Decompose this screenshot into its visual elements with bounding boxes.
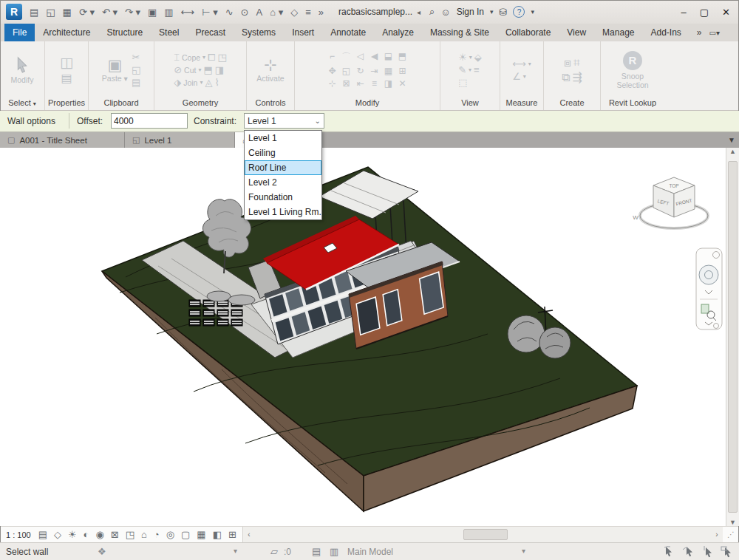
tab-overflow-icon[interactable]: » xyxy=(697,27,702,38)
rotate-icon[interactable]: ↻ xyxy=(356,66,365,76)
align-icon[interactable]: ⌐ xyxy=(328,51,337,64)
shadows-icon[interactable]: ◐ xyxy=(84,529,89,540)
measure-icon[interactable]: ⟷ xyxy=(178,7,198,18)
sign-in-chevron-icon[interactable]: ▾ xyxy=(490,8,494,16)
unlock-3d-view-icon[interactable]: ⌂ xyxy=(141,529,147,540)
panel-label-select[interactable]: Select ▾ xyxy=(0,98,44,110)
tab-massing-site[interactable]: Massing & Site xyxy=(422,24,497,41)
select-links-toggle[interactable] xyxy=(663,545,675,558)
help-chevron-icon[interactable]: ▾ xyxy=(531,8,534,16)
scroll-left-icon[interactable]: ‹ xyxy=(243,527,255,542)
tab-annotate[interactable]: Annotate xyxy=(322,24,374,41)
tab-manage[interactable]: Manage xyxy=(594,24,642,41)
cope-button[interactable]: ⌶Cope▾⧠◳ xyxy=(174,52,227,62)
extend-icon[interactable]: ⇤ xyxy=(356,78,365,89)
tab-precast[interactable]: Precast xyxy=(187,24,234,41)
dimension-tool-icon[interactable]: ∠ xyxy=(512,72,521,81)
revit-logo-icon[interactable]: R xyxy=(6,4,22,20)
help-icon[interactable]: ? xyxy=(513,6,525,18)
aligned-dimension-icon[interactable]: ⊢ ▾ xyxy=(199,7,220,18)
unpin-icon[interactable]: ⊠ xyxy=(342,78,351,89)
view-tab-level-1[interactable]: ◱ Level 1 xyxy=(125,132,235,148)
editing-requests-icon[interactable]: ▱ xyxy=(270,546,278,557)
create-assembly-icon[interactable]: ⌗ xyxy=(573,57,580,69)
scale-button[interactable]: 1 : 100 xyxy=(6,530,31,539)
select-underlay-toggle[interactable] xyxy=(682,545,695,558)
tab-architecture[interactable]: Architecture xyxy=(35,24,98,41)
vertical-scroll-thumb[interactable] xyxy=(728,161,738,513)
scale-icon[interactable]: ⊞ xyxy=(398,66,407,76)
crop-region-icon[interactable]: ◳ xyxy=(126,529,134,540)
print-icon[interactable]: ▣ xyxy=(145,7,160,18)
hide-elements-icon[interactable]: ☀ xyxy=(458,52,467,62)
view-tab-title-sheet[interactable]: ▢ A001 - Title Sheet xyxy=(0,132,125,148)
activate-controls-button[interactable]: ⊹Activate xyxy=(256,57,284,83)
linework-icon[interactable]: ≡ xyxy=(474,65,480,75)
app-store-cart-icon[interactable]: ⛁ xyxy=(500,7,508,18)
redo-icon[interactable]: ↷ ▾ xyxy=(122,7,143,18)
drawing-area[interactable]: TOP LEFT FRONT W ▲ ▼ xyxy=(0,148,739,526)
crop-view-icon[interactable]: ⊠ xyxy=(111,529,119,540)
copy-icon[interactable]: ◱ xyxy=(342,66,351,76)
visual-style-icon[interactable]: ◇ xyxy=(54,529,61,540)
displacement-sets-icon[interactable]: ◧ xyxy=(213,529,222,540)
tab-view[interactable]: View xyxy=(559,24,594,41)
dropdown-item-level-2[interactable]: Level 2 xyxy=(245,175,321,190)
snoop-selection-button[interactable]: R Snoop Selection xyxy=(609,51,656,89)
select-by-face-toggle[interactable] xyxy=(721,545,733,558)
dropdown-item-roof-line[interactable]: Roof Line xyxy=(245,160,321,175)
tab-analyze[interactable]: Analyze xyxy=(374,24,422,41)
offset-icon[interactable]: ⌒ xyxy=(342,51,351,64)
save-icon[interactable]: ▦ xyxy=(60,7,75,18)
scroll-up-icon[interactable]: ▲ xyxy=(729,148,736,155)
navigation-bar[interactable] xyxy=(696,248,722,329)
tab-add-ins[interactable]: Add-Ins xyxy=(642,24,689,41)
mirror-axis-icon[interactable]: ◀ xyxy=(370,51,379,64)
workset-chevron-icon[interactable]: ▾ xyxy=(234,547,237,555)
reveal-hidden-icon[interactable]: ◎ xyxy=(166,529,174,540)
create-group-icon[interactable]: ⧈ xyxy=(564,57,571,69)
offset-input[interactable] xyxy=(111,113,188,129)
file-tab-icon[interactable]: ▤ xyxy=(27,7,41,18)
mirror-pick-icon[interactable]: ◁ xyxy=(356,51,365,64)
dropdown-item-foundation[interactable]: Foundation xyxy=(245,190,321,205)
sync-icon[interactable]: ⟳ ▾ xyxy=(76,7,98,18)
title-collapse-icon[interactable]: ◂ xyxy=(417,8,420,16)
cut-to-clipboard-icon[interactable]: ✂ xyxy=(132,52,140,62)
copy-to-clipboard-icon[interactable]: ◱ xyxy=(132,65,140,75)
print-setup-icon[interactable]: ▥ xyxy=(161,7,176,18)
undo-icon[interactable]: ↶ ▾ xyxy=(99,7,120,18)
scroll-right-icon[interactable]: › xyxy=(711,527,723,542)
tab-structure[interactable]: Structure xyxy=(98,24,151,41)
resize-grip[interactable]: ⋰ xyxy=(723,527,739,542)
select-pinned-toggle[interactable] xyxy=(701,545,714,558)
trim-icon[interactable]: ⇥ xyxy=(370,66,379,76)
text-icon[interactable]: A xyxy=(253,7,266,18)
temporary-hide-isolate-icon[interactable]: ◔ xyxy=(154,529,160,540)
open-icon[interactable]: ◱ xyxy=(43,7,58,18)
view-tab-overflow-icon[interactable]: ▼ xyxy=(728,132,739,148)
analytical-model-icon[interactable]: ▦ xyxy=(197,529,205,540)
dropdown-item-level-1[interactable]: Level 1 xyxy=(245,131,321,146)
modify-button[interactable]: Modify xyxy=(11,56,34,84)
design-options-dialog-icon[interactable]: ▥ xyxy=(330,546,338,557)
displace-elements-icon[interactable]: ⬚ xyxy=(458,78,467,87)
delete-icon[interactable]: ✕ xyxy=(398,78,407,89)
paste-button[interactable]: ▣Paste ▾ xyxy=(102,57,128,83)
reveal-constraints-icon[interactable]: ⊞ xyxy=(228,529,236,540)
pin-icon[interactable]: ⊹ xyxy=(328,78,337,89)
match-icon[interactable]: ≡ xyxy=(370,78,379,89)
sun-path-icon[interactable]: ☀ xyxy=(68,529,77,540)
split-gap-icon[interactable]: ⬒ xyxy=(398,51,407,64)
section-icon[interactable]: ◇ xyxy=(287,7,301,18)
temporary-view-properties-icon[interactable]: ▢ xyxy=(181,529,190,540)
measure-tool-icon[interactable]: ⟷ xyxy=(512,59,526,69)
move-icon[interactable]: ✥ xyxy=(328,66,337,76)
close-button[interactable]: ✕ xyxy=(722,7,730,18)
design-option-chevron-icon[interactable]: ▾ xyxy=(522,547,525,555)
tab-file[interactable]: File xyxy=(4,24,35,41)
create-parts-icon[interactable]: ⧉ xyxy=(562,72,570,83)
default-3d-view-icon[interactable]: ⌂ ▾ xyxy=(267,7,286,18)
qat-overflow-icon[interactable]: » xyxy=(316,7,327,18)
dropdown-item-level-1-living-rm[interactable]: Level 1 Living Rm. xyxy=(245,205,321,219)
